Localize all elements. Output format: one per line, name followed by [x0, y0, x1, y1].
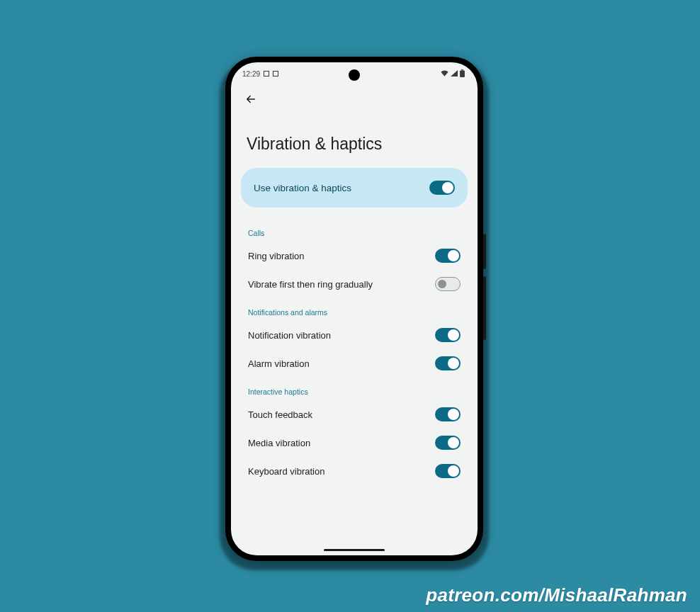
svg-rect-1 — [461, 69, 463, 70]
status-right — [441, 69, 465, 79]
screen: 12:29 Vibration & haptics — [231, 62, 478, 555]
row-label: Vibrate first then ring gradually — [248, 279, 373, 290]
toggle-thumb — [448, 329, 459, 341]
row-alarm-vibration[interactable]: Alarm vibration — [241, 349, 468, 378]
content: Use vibration & haptics Calls Ring vibra… — [231, 168, 478, 485]
toggle-vibrate-first[interactable] — [435, 277, 461, 291]
toggle-ring-vibration[interactable] — [435, 249, 461, 263]
status-time: 12:29 — [242, 70, 260, 78]
toggle-thumb — [448, 358, 459, 369]
toggle-thumb — [448, 437, 459, 448]
row-notification-vibration[interactable]: Notification vibration — [241, 321, 468, 349]
row-ring-vibration[interactable]: Ring vibration — [241, 242, 468, 270]
row-label: Ring vibration — [248, 251, 305, 261]
row-keyboard-vibration[interactable]: Keyboard vibration — [241, 457, 468, 485]
svg-rect-0 — [460, 70, 465, 77]
side-button — [483, 276, 486, 340]
row-label: Media vibration — [248, 438, 310, 448]
ringer-icon — [264, 71, 269, 76]
section-header-notifications: Notifications and alarms — [241, 298, 468, 321]
row-vibrate-first[interactable]: Vibrate first then ring gradually — [241, 270, 468, 298]
page-title: Vibration & haptics — [231, 109, 478, 168]
row-label: Touch feedback — [248, 409, 312, 420]
row-label: Notification vibration — [248, 330, 331, 341]
watermark: patreon.com/MishaalRahman — [426, 584, 687, 606]
toggle-media-vibration[interactable] — [435, 436, 461, 450]
card-icon — [273, 71, 278, 76]
camera-cutout — [349, 69, 360, 81]
toggle-thumb — [438, 280, 446, 288]
row-media-vibration[interactable]: Media vibration — [241, 429, 468, 457]
toggle-thumb — [448, 465, 459, 477]
master-toggle-card[interactable]: Use vibration & haptics — [241, 168, 468, 208]
master-toggle-label: Use vibration & haptics — [254, 183, 351, 193]
toggle-thumb — [448, 409, 459, 420]
row-label: Keyboard vibration — [248, 466, 324, 477]
nav-row — [231, 85, 478, 109]
section-header-calls: Calls — [241, 219, 468, 242]
back-button[interactable] — [241, 89, 261, 109]
toggle-thumb — [448, 250, 459, 261]
battery-icon — [460, 69, 465, 79]
side-button — [483, 234, 486, 269]
toggle-keyboard-vibration[interactable] — [435, 464, 461, 478]
gesture-bar[interactable] — [324, 549, 385, 551]
row-label: Alarm vibration — [248, 358, 310, 369]
toggle-touch-feedback[interactable] — [435, 407, 461, 421]
toggle-thumb — [442, 182, 453, 193]
toggle-alarm-vibration[interactable] — [435, 356, 461, 370]
wifi-icon — [441, 70, 448, 78]
section-header-interactive: Interactive haptics — [241, 378, 468, 400]
status-left: 12:29 — [242, 70, 278, 78]
row-touch-feedback[interactable]: Touch feedback — [241, 400, 468, 429]
signal-icon — [451, 70, 458, 78]
phone-frame: 12:29 Vibration & haptics — [225, 57, 483, 561]
toggle-notification-vibration[interactable] — [435, 328, 461, 342]
arrow-back-icon — [244, 93, 257, 106]
master-toggle[interactable] — [429, 181, 455, 195]
